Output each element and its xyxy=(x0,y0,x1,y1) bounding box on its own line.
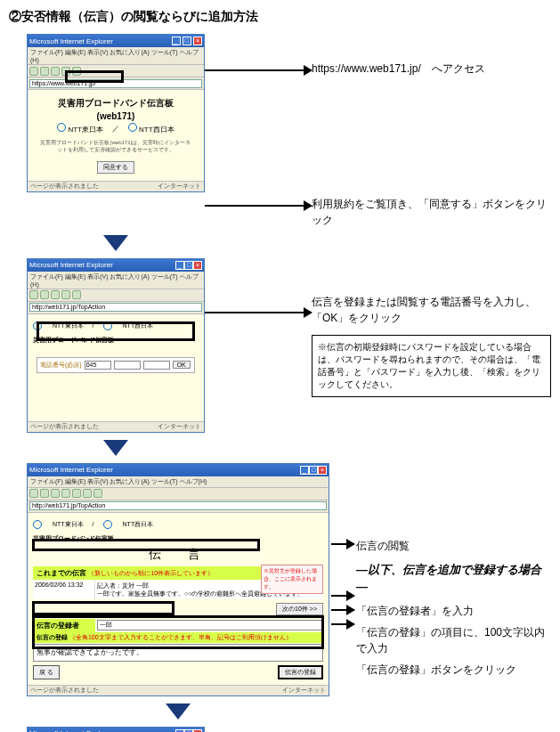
address-bar: https://www.web171.jp/ xyxy=(28,77,204,90)
back-button[interactable]: 戻 る xyxy=(33,665,60,679)
titlebar: Microsoft Internet Explorer _ □ × xyxy=(28,35,204,47)
address-bar: http://web171.jp/TopAction xyxy=(28,302,204,314)
arrow-right-icon xyxy=(205,69,312,71)
ntt-west-icon xyxy=(128,123,137,132)
arrow-right-icon xyxy=(331,623,354,625)
annot-reg2: 「伝言の登録」の項目に、100文字以内で入力 xyxy=(356,624,551,656)
next-page-button[interactable]: 次の10件 >> xyxy=(276,603,323,615)
statusbar: ページが表示されましたインターネット xyxy=(28,421,204,432)
address-bar: http://web171.jp/TopAction xyxy=(28,500,329,513)
message-timestamp: 2006/02/06 13:32 xyxy=(33,580,95,599)
forward-icon[interactable] xyxy=(40,67,49,76)
browser-window-4: Microsoft Internet Explorer _□× ファイル(F) … xyxy=(27,463,329,696)
arrow-right-icon xyxy=(331,543,354,545)
titlebar: Microsoft Internet Explorer _□× xyxy=(28,464,329,476)
window-title: Microsoft Internet Explorer xyxy=(29,37,113,45)
agree-button[interactable]: 同意する xyxy=(97,161,134,174)
register-note: 伝言の登録 （全角100文字まで入力することができます。半角、記号はご利用頂けま… xyxy=(33,632,323,643)
site-subtitle: (web171) xyxy=(33,111,199,121)
window-buttons: _□× xyxy=(175,261,202,270)
close-icon[interactable]: × xyxy=(193,261,202,270)
window-title: Microsoft Internet Explorer xyxy=(29,261,113,269)
menubar: ファイル(F) 編集(E) 表示(V) お気に入り(A) ツール(T) ヘルプ(… xyxy=(28,272,204,289)
step3-note: ※伝言の初期登録時にパスワードを設定している場合は、パスワードを尋ねられますので… xyxy=(312,335,551,397)
annot-view: 伝言の閲覧 xyxy=(356,538,551,554)
maximize-icon[interactable]: □ xyxy=(309,466,318,475)
home-icon[interactable] xyxy=(72,67,81,76)
page-content-1: 災害用ブロードバンド伝言板 (web171) NTT東日本 ／ NTT西日本 災… xyxy=(28,90,204,181)
phone-area-input[interactable] xyxy=(85,361,111,370)
arrow-right-icon xyxy=(331,595,354,597)
arrow-right-icon xyxy=(331,609,354,611)
menubar: ファイル(F) 編集(E) 表示(V) お気に入り(A) ツール(T) ヘルプ(… xyxy=(28,476,329,488)
minimize-icon[interactable]: _ xyxy=(300,466,309,475)
ntt-west-label: NTT西日本 xyxy=(139,126,174,134)
browser-window-3: Microsoft Internet Explorer _□× ファイル(F) … xyxy=(27,258,205,433)
toolbar xyxy=(28,488,329,500)
phone-prefix-input[interactable] xyxy=(114,361,141,370)
address-field[interactable]: http://web171.jp/TopAction xyxy=(29,501,327,510)
registrant-label: 伝言の登録者 xyxy=(33,619,95,632)
page-heading: ②安否情報（伝言）の閲覧ならびに追加方法 xyxy=(9,9,551,25)
step3-annotation: 伝言を登録または閲覧する電話番号を入力し、「OK」をクリック xyxy=(312,294,551,326)
address-field[interactable]: http://web171.jp/TopAction xyxy=(29,303,202,312)
page-content-3: NTT東日本 / NTT西日本 災害用ブロードバンド伝言板 電話番号(必須) O… xyxy=(28,314,204,421)
page-content-4: NTT東日本 / NTT西日本 災害用ブロードバンド伝言板 伝 言 これまでの伝… xyxy=(28,513,329,685)
site-title: 災害用ブロードバンド伝言板 xyxy=(33,97,199,110)
step-4: Microsoft Internet Explorer _□× ファイル(F) … xyxy=(9,463,551,696)
phone-label: 電話番号(必須) xyxy=(40,361,82,370)
arrow-right-icon xyxy=(205,205,312,207)
registrant-row: 伝言の登録者 xyxy=(33,619,323,632)
arrow-right-icon xyxy=(205,312,312,313)
ntt-logos: NTT東日本 ／ NTT西日本 xyxy=(33,123,199,134)
statusbar: ページが表示されましたインターネット xyxy=(28,181,204,191)
menubar: ファイル(F) 編集(E) 表示(V) お気に入り(A) ツール(T) ヘルプ(… xyxy=(28,47,204,65)
toolbar xyxy=(28,65,204,77)
board-header: 災害用ブロードバンド伝言板 xyxy=(33,534,323,543)
registrant-input[interactable] xyxy=(97,620,323,630)
annot-reg3: 「伝言の登録」ボタンをクリック xyxy=(356,662,551,678)
back-icon[interactable] xyxy=(29,67,38,76)
ok-button[interactable]: OK xyxy=(173,361,191,369)
titlebar: Microsoft Internet Explorer _□× xyxy=(28,259,204,272)
message-textarea[interactable]: 無事が確認できてよかったです。 xyxy=(33,644,323,662)
step1-annotation: https://www.web171.jp/ へアクセス xyxy=(312,61,551,77)
site-description: 災害用ブロードバンド伝言板(web171)は、災害時にインターネットを利用して安… xyxy=(38,140,193,154)
phone-number-input[interactable] xyxy=(143,361,170,370)
maximize-icon[interactable]: □ xyxy=(184,261,193,270)
ntt-east-icon xyxy=(57,123,66,132)
annot-reg1: 「伝言の登録者」を入力 xyxy=(356,603,551,619)
maximize-icon[interactable]: □ xyxy=(183,37,191,45)
statusbar: ページが表示されましたインターネット xyxy=(28,685,329,695)
window-title: Microsoft Internet Explorer xyxy=(29,466,113,474)
phone-input-row: 電話番号(必須) OK xyxy=(37,357,195,373)
close-icon[interactable]: × xyxy=(193,37,202,45)
owner-note: ※災対主が登録した場合、ここに表示されます。 xyxy=(261,565,323,594)
step2-annotation: 利用規約をご覧頂き、「同意する」ボタンをクリック xyxy=(312,196,551,228)
messages-title: 伝 言 xyxy=(33,547,323,563)
toolbar xyxy=(28,289,204,302)
close-icon[interactable]: × xyxy=(318,466,327,475)
down-arrow-icon xyxy=(166,704,191,720)
window-buttons: _ □ × xyxy=(172,37,202,45)
refresh-icon[interactable] xyxy=(61,67,70,76)
down-arrow-icon xyxy=(103,440,128,456)
annot-subheading: ―以下、伝言を追加で登録する場合― xyxy=(356,561,551,596)
register-button[interactable]: 伝言の登録 xyxy=(278,665,323,679)
ntt-east-label: NTT東日本 xyxy=(68,126,103,134)
stop-icon[interactable] xyxy=(51,67,60,76)
address-field[interactable]: https://www.web171.jp/ xyxy=(29,79,202,88)
down-arrow-icon xyxy=(103,235,128,251)
step-3: Microsoft Internet Explorer _□× ファイル(F) … xyxy=(9,258,551,433)
browser-window-5: Microsoft Internet Explorer _□× ファイル(F) … xyxy=(27,727,205,732)
step-5: Microsoft Internet Explorer _□× ファイル(F) … xyxy=(9,727,551,732)
minimize-icon[interactable]: _ xyxy=(172,37,181,45)
minimize-icon[interactable]: _ xyxy=(175,261,184,270)
titlebar: Microsoft Internet Explorer _□× xyxy=(28,728,204,732)
browser-window-1: Microsoft Internet Explorer _ □ × ファイル(F… xyxy=(27,34,205,192)
